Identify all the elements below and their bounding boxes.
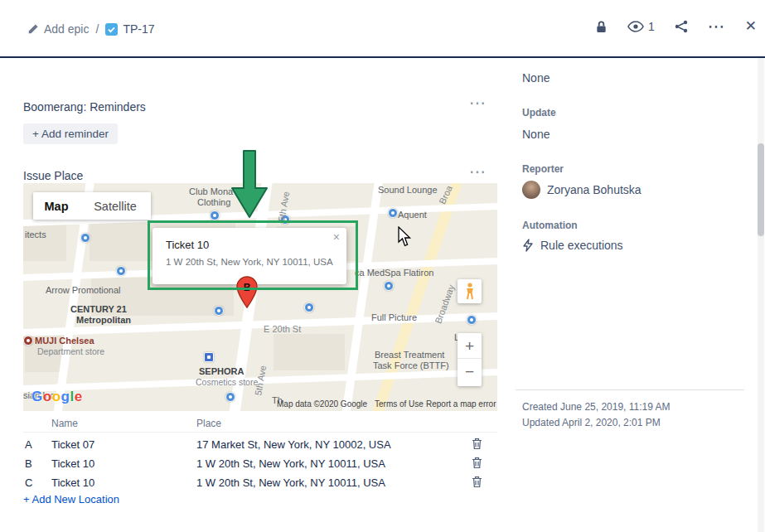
issue-key-label: TP-17 — [123, 22, 154, 36]
task-type-icon — [105, 23, 118, 36]
highlight-rectangle — [148, 220, 358, 290]
map-label: CENTURY 21 — [70, 304, 127, 314]
eye-icon — [627, 21, 644, 32]
more-actions-button[interactable]: ⋯ — [708, 18, 725, 35]
logo-letter: g — [61, 389, 70, 404]
map-label: SEPHORA — [199, 366, 244, 376]
delete-location-button[interactable] — [472, 476, 482, 491]
table-divider — [23, 432, 497, 433]
reporter-field-value[interactable]: Zoryana Bohutska — [522, 181, 642, 199]
rule-executions-label: Rule executions — [540, 239, 623, 252]
scrollbar-track — [758, 58, 764, 532]
row-letter: A — [25, 438, 32, 451]
scrollbar-thumb[interactable] — [758, 143, 764, 236]
more-icon: ⋯ — [708, 18, 725, 35]
issue-key-link[interactable]: TP-17 — [105, 22, 154, 36]
poi-icon — [388, 208, 398, 218]
reminders-section-title: Boomerang: Reminders — [23, 100, 146, 114]
map-label: ca MedSpa Flatiron — [355, 268, 433, 278]
more-icon: ⋯ — [469, 162, 487, 181]
add-reminder-button[interactable]: + Add reminder — [23, 123, 118, 144]
column-header-place: Place — [196, 418, 221, 429]
trash-icon — [472, 476, 482, 488]
poi-icon — [23, 336, 33, 346]
zoom-in-button[interactable]: + — [458, 333, 482, 359]
created-timestamp: Created June 25, 2019, 11:19 AM — [522, 401, 671, 413]
update-field-value: None — [522, 128, 550, 141]
google-logo[interactable]: Google — [31, 389, 83, 405]
map-label: Arrow Promotional — [46, 285, 120, 295]
reporter-name: Zoryana Bohutska — [547, 183, 642, 196]
share-button[interactable] — [675, 20, 688, 33]
logo-letter: e — [75, 389, 83, 404]
poi-icon — [304, 302, 314, 312]
terms-of-use-link[interactable]: Terms of Use — [375, 399, 424, 409]
poi-icon — [214, 306, 224, 316]
header: Add epic / TP-17 1 ⋯ ✕ — [0, 0, 765, 58]
header-actions: 1 ⋯ ✕ — [595, 18, 757, 35]
reminders-more-button[interactable]: ⋯ — [469, 93, 487, 113]
issue-place-more-button[interactable]: ⋯ — [469, 162, 487, 181]
restrict-button[interactable] — [595, 20, 608, 34]
update-field-label: Update — [522, 107, 556, 118]
row-place: 1 W 20th St, New York, NY 10011, USA — [196, 476, 385, 489]
poi-icon — [384, 281, 394, 291]
logo-letter: G — [31, 389, 43, 404]
field-value-none: None — [522, 71, 550, 85]
map-label: Task Force (BTTF) — [373, 360, 449, 370]
map-type-satellite-button[interactable]: Satellite — [80, 192, 151, 220]
delete-location-button[interactable] — [472, 457, 482, 472]
issue-place-section-title: Issue Place — [23, 169, 83, 182]
add-epic-button[interactable]: Add epic — [27, 22, 89, 36]
map-type-map-button[interactable]: Map — [33, 192, 80, 220]
share-icon — [675, 20, 688, 33]
map-attribution: Map data ©2020 Google — [277, 399, 367, 409]
pegman-control[interactable] — [458, 279, 482, 303]
zoom-out-button[interactable]: − — [458, 359, 482, 384]
reporter-avatar — [522, 181, 540, 199]
close-button[interactable]: ✕ — [745, 18, 757, 35]
row-place: 1 W 20th St, New York, NY 10011, USA — [196, 457, 385, 470]
column-header-name: Name — [51, 418, 78, 429]
poi-icon — [467, 315, 477, 325]
map-label: Club Mona — [189, 186, 233, 196]
map-label: Breast Treatment — [375, 350, 444, 360]
row-letter: C — [25, 476, 32, 489]
row-letter: B — [25, 457, 32, 470]
row-name: Ticket 07 — [51, 438, 94, 451]
poi-icon — [116, 266, 126, 276]
zoom-control: + − — [458, 333, 482, 386]
map-label: Cosmetics store — [196, 377, 258, 387]
map-label: Department store — [37, 346, 104, 356]
map-label: Clothing — [197, 197, 230, 207]
row-place: 17 Market St, New York, NY 10002, USA — [196, 438, 391, 451]
issue-view: Add epic / TP-17 1 ⋯ ✕ — [0, 0, 765, 532]
logo-letter: o — [52, 389, 61, 404]
pegman-icon — [465, 283, 475, 300]
reporter-field-label: Reporter — [522, 163, 564, 175]
map-label: Metropolitan — [76, 315, 131, 325]
delete-location-button[interactable] — [472, 438, 482, 452]
poi-icon — [210, 210, 220, 220]
row-name: Ticket 10 — [51, 457, 94, 470]
watch-button[interactable]: 1 — [627, 20, 655, 33]
pencil-icon — [27, 23, 39, 35]
map-label: itects — [25, 230, 46, 239]
transit-icon — [204, 352, 214, 362]
poi-icon — [80, 233, 90, 243]
trash-icon — [472, 457, 482, 469]
map-block — [274, 334, 345, 370]
lock-icon — [595, 20, 608, 34]
watch-count: 1 — [648, 20, 655, 33]
add-new-location-link[interactable]: + Add New Location — [23, 493, 119, 505]
map-block — [23, 221, 66, 261]
add-epic-label: Add epic — [44, 22, 89, 36]
breadcrumb: Add epic / TP-17 — [27, 22, 155, 36]
annotation-arrow — [231, 150, 268, 218]
row-name: Ticket 10 — [51, 476, 94, 489]
report-map-error-link[interactable]: Report a map error — [426, 399, 496, 409]
rule-executions-link[interactable]: Rule executions — [522, 239, 623, 252]
lightning-bolt-icon — [522, 239, 534, 252]
poi-icon — [225, 392, 235, 402]
breadcrumb-separator: / — [95, 22, 99, 36]
